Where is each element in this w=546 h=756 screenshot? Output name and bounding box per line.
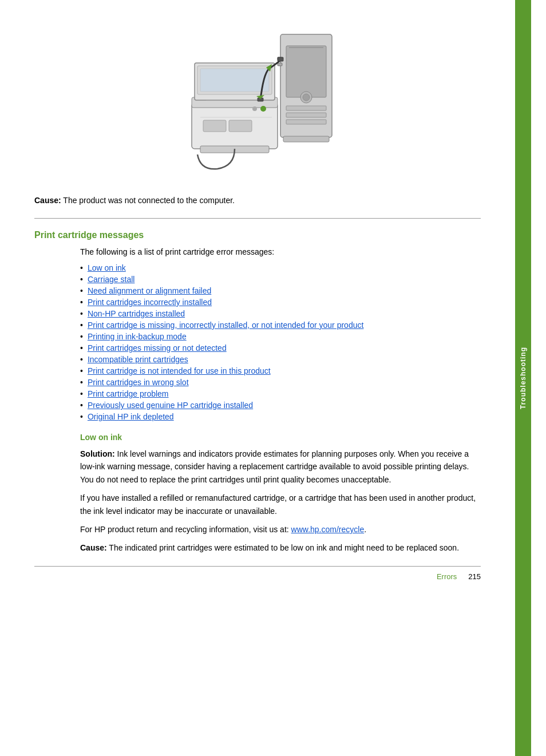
svg-rect-3 <box>286 113 326 117</box>
low-on-ink-section: Low on ink Solution: Ink level warnings … <box>34 433 481 555</box>
footer-page-number: 215 <box>468 572 481 581</box>
list-item: Print cartridges in wrong slot <box>80 378 481 387</box>
paragraph1: If you have installed a refilled or rema… <box>80 492 481 517</box>
carriage-stall-link[interactable]: Carriage stall <box>88 275 134 284</box>
low-on-ink-cause: Cause: The indicated print cartridges we… <box>80 541 481 554</box>
list-item: Original HP ink depleted <box>80 412 481 421</box>
need-alignment-link[interactable]: Need alignment or alignment failed <box>88 286 211 295</box>
svg-point-14 <box>260 106 266 112</box>
not-intended-link[interactable]: Print cartridge is not intended for use … <box>88 366 271 375</box>
cause-description: The product was not connected to the com… <box>61 196 235 205</box>
missing-incorrectly-link[interactable]: Print cartridge is missing, incorrectly … <box>88 320 363 330</box>
cartridge-problem-link[interactable]: Print cartridge problem <box>88 389 169 398</box>
page-footer: Errors 215 <box>34 566 481 581</box>
section-heading: Print cartridge messages <box>34 230 481 240</box>
incompatible-link[interactable]: Incompatible print cartridges <box>88 355 188 364</box>
cause-block-label: Cause: <box>80 543 107 552</box>
paragraph2-prefix: For HP product return and recycling info… <box>80 525 291 534</box>
incorrectly-installed-link[interactable]: Print cartridges incorrectly installed <box>88 298 212 307</box>
solution-label: Solution: <box>80 449 115 458</box>
list-item: Carriage stall <box>80 275 481 284</box>
list-item: Low on ink <box>80 263 481 272</box>
ink-backup-link[interactable]: Printing in ink-backup mode <box>88 332 187 341</box>
svg-rect-8 <box>283 136 329 142</box>
cause-label: Cause: <box>34 196 61 205</box>
low-on-ink-link[interactable]: Low on ink <box>88 263 126 272</box>
paragraph2: For HP product return and recycling info… <box>80 523 481 536</box>
svg-rect-10 <box>278 63 282 66</box>
svg-point-6 <box>303 94 310 101</box>
sidebar-label: Troubleshooting <box>519 347 527 409</box>
print-cartridge-messages-section: Print cartridge messages The following i… <box>34 230 481 555</box>
svg-rect-7 <box>289 47 323 48</box>
svg-point-15 <box>252 106 257 111</box>
cause-block: Cause: The indicated print cartridges we… <box>80 541 481 554</box>
recycle-link[interactable]: www.hp.com/recycle <box>291 525 365 534</box>
missing-not-detected-link[interactable]: Print cartridges missing or not detected <box>88 343 227 353</box>
previously-used-link[interactable]: Previously used genuine HP cartridge ins… <box>88 401 253 410</box>
svg-rect-23 <box>278 57 283 61</box>
wrong-slot-link[interactable]: Print cartridges in wrong slot <box>88 378 189 387</box>
list-item: Non-HP cartridges installed <box>80 309 481 318</box>
solution-text: Solution: Ink level warnings and indicat… <box>80 448 481 486</box>
low-on-ink-heading: Low on ink <box>80 433 481 442</box>
svg-rect-18 <box>203 120 226 132</box>
solution-block: Solution: Ink level warnings and indicat… <box>80 448 481 486</box>
cartridge-error-list: Low on ink Carriage stall Need alignment… <box>80 263 481 421</box>
cause-paragraph: Cause: The product was not connected to … <box>34 195 481 207</box>
cause-block-text: The indicated print cartridges were esti… <box>107 543 459 552</box>
section-intro: The following is a list of print cartrid… <box>80 247 481 256</box>
ink-depleted-link[interactable]: Original HP ink depleted <box>88 412 174 421</box>
list-item: Print cartridges missing or not detected <box>80 343 481 353</box>
list-item: Need alignment or alignment failed <box>80 286 481 295</box>
non-hp-link[interactable]: Non-HP cartridges installed <box>88 309 185 318</box>
list-item: Print cartridge is not intended for use … <box>80 366 481 375</box>
printer-illustration <box>34 17 481 177</box>
svg-rect-22 <box>200 69 269 92</box>
list-item: Print cartridge problem <box>80 389 481 398</box>
cause-section: Cause: The product was not connected to … <box>34 195 481 219</box>
troubleshooting-sidebar-tab: Troubleshooting <box>515 0 531 756</box>
footer-errors-label: Errors <box>437 572 457 581</box>
list-item: Incompatible print cartridges <box>80 355 481 364</box>
paragraph2-suffix: . <box>364 525 366 534</box>
svg-rect-19 <box>229 120 252 132</box>
svg-rect-1 <box>286 46 326 97</box>
svg-rect-4 <box>286 120 326 124</box>
list-item: Print cartridges incorrectly installed <box>80 298 481 307</box>
list-item: Print cartridge is missing, incorrectly … <box>80 320 481 330</box>
list-item: Previously used genuine HP cartridge ins… <box>80 401 481 410</box>
list-item: Printing in ink-backup mode <box>80 332 481 341</box>
solution-description: Ink level warnings and indicators provid… <box>80 449 469 484</box>
svg-rect-2 <box>286 106 326 110</box>
